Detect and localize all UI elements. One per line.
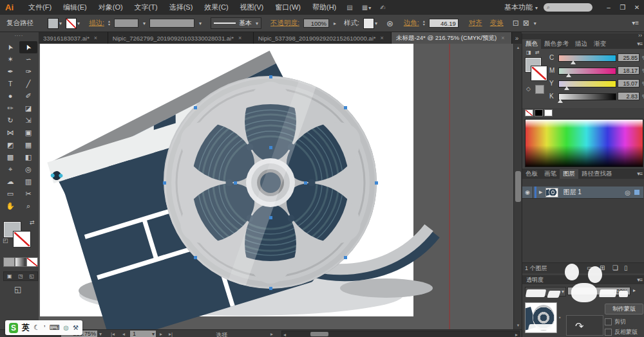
prev-artboard-icon[interactable]: ◂: [122, 331, 125, 337]
artboard-tool[interactable]: ▭: [1, 188, 19, 200]
gamut-swatch[interactable]: [535, 85, 544, 94]
draw-normal-icon[interactable]: ▣: [7, 274, 12, 279]
ime-fullhalf-icon[interactable]: ☾: [33, 323, 40, 332]
paintbrush-tool[interactable]: ✐: [19, 90, 37, 102]
transparency-opacity-field[interactable]: 100%: [567, 287, 630, 295]
color-mode-button[interactable]: [3, 257, 15, 267]
free-transform-tool[interactable]: ▣: [19, 127, 37, 139]
document-tab[interactable]: 33916183037.ai*×: [39, 32, 108, 44]
layer-selection-indicator[interactable]: [634, 190, 639, 195]
bridge-icon[interactable]: ▤: [346, 4, 352, 11]
opacity-field[interactable]: 100%: [303, 19, 329, 28]
next-artboard-icon[interactable]: ▸: [160, 331, 162, 337]
new-sublayer-icon[interactable]: ⊞: [600, 265, 605, 271]
share-icon[interactable]: ✍: [380, 4, 385, 11]
close-tab-icon[interactable]: ×: [94, 35, 97, 41]
sogou-logo-icon[interactable]: S: [9, 323, 18, 333]
invert-mask-checkbox[interactable]: [605, 329, 612, 336]
stroke-proxy[interactable]: [14, 232, 30, 247]
tab-layers[interactable]: 图层: [560, 169, 578, 179]
ime-language-toggle[interactable]: 英: [22, 322, 30, 333]
make-mask-button[interactable]: 制作蒙版: [605, 304, 643, 314]
tab-swatches[interactable]: 色板: [522, 169, 541, 179]
line-segment-tool[interactable]: ╱: [19, 78, 37, 90]
draw-behind-icon[interactable]: ◳: [18, 274, 23, 279]
slice-tool[interactable]: ✂: [19, 188, 37, 200]
opacity-mask-well[interactable]: [566, 315, 603, 336]
swap-fill-stroke-icon[interactable]: ⇄: [535, 50, 540, 55]
workspace-switcher[interactable]: 基本功能 ▾: [498, 3, 544, 12]
tab-brushes[interactable]: 画笔: [541, 169, 560, 179]
minimize-button[interactable]: –: [601, 4, 616, 11]
none-swatch[interactable]: [525, 109, 533, 116]
hand-tool[interactable]: ✋: [1, 200, 19, 212]
stroke-weight-stepper[interactable]: ▴▾: [108, 20, 110, 26]
gradient-mode-button[interactable]: [15, 257, 26, 267]
channel-value-field[interactable]: 25.85: [618, 53, 639, 62]
isolate-object-icon[interactable]: ⊡: [513, 19, 519, 27]
pencil-tool[interactable]: ✏: [1, 102, 19, 114]
menu-type[interactable]: 文字(T): [129, 3, 164, 12]
first-artboard-icon[interactable]: |◂: [111, 331, 115, 337]
eraser-tool[interactable]: ◪: [19, 102, 37, 114]
menu-view[interactable]: 视图(V): [234, 3, 270, 12]
shift-color-icon[interactable]: ◨: [526, 50, 531, 55]
status-flyout-icon[interactable]: ▸: [270, 331, 273, 337]
scale-tool[interactable]: ⇲: [19, 114, 37, 127]
scroll-right-icon[interactable]: ▸: [515, 332, 518, 337]
menu-effect[interactable]: 效果(C): [198, 3, 234, 12]
chevron-down-icon[interactable]: ▾: [534, 21, 536, 26]
tab-color-guide[interactable]: 颜色参考: [541, 39, 572, 49]
layer-target-icon[interactable]: ◎: [625, 189, 630, 196]
last-artboard-icon[interactable]: ▸|: [169, 331, 173, 337]
ellipse-tool[interactable]: ●: [1, 90, 19, 102]
zoom-dropdown-icon[interactable]: ▾: [99, 331, 102, 337]
selection-tool[interactable]: ➤: [1, 41, 19, 53]
close-tab-icon[interactable]: ×: [380, 35, 383, 41]
stroke-weight-field[interactable]: [114, 19, 138, 28]
slider-thumb[interactable]: [566, 73, 571, 77]
default-fill-stroke-icon[interactable]: ◰: [3, 238, 8, 244]
channel-value-field[interactable]: 15.07: [618, 79, 639, 87]
mask-link-icon[interactable]: ▪: [559, 315, 561, 320]
select-similar-icon[interactable]: ⊠: [523, 19, 529, 27]
delete-layer-icon[interactable]: ▯: [624, 265, 628, 271]
white-swatch[interactable]: [544, 109, 553, 116]
pen-tool[interactable]: ✒: [1, 66, 19, 78]
eyedropper-tool[interactable]: ⌖: [1, 163, 19, 176]
type-tool[interactable]: T: [1, 78, 19, 90]
curvature-pen-tool[interactable]: ✑: [19, 66, 37, 78]
corner-label[interactable]: 边角:: [404, 19, 419, 28]
direct-selection-tool[interactable]: ➤: [19, 41, 37, 53]
clipping-mask-icon[interactable]: ▭: [587, 265, 592, 271]
chevron-down-icon[interactable]: ▾: [143, 21, 146, 26]
rotate-tool[interactable]: ↻: [1, 114, 19, 127]
zoom-tool[interactable]: ⌕: [19, 200, 37, 212]
visibility-eye-icon[interactable]: ◉: [522, 189, 533, 196]
recolor-artwork-icon[interactable]: ⊛: [386, 19, 393, 28]
artboard-navigation-field[interactable]: 1 ▾: [130, 331, 156, 337]
swap-fill-stroke-icon[interactable]: ⇄: [30, 220, 35, 226]
screen-mode-icon[interactable]: ◱: [14, 286, 21, 293]
tab-stroke[interactable]: 描边: [572, 39, 591, 49]
stroke-color-dropdown[interactable]: ▾: [66, 18, 80, 29]
menu-edit[interactable]: 编辑(E): [57, 3, 93, 12]
collapse-panels-icon[interactable]: ››: [638, 32, 642, 39]
channel-value-field[interactable]: 18.17: [618, 66, 639, 75]
symbol-sprayer-tool[interactable]: ☁: [1, 176, 19, 188]
document-tab-active[interactable]: 未标题-24* @ 216.75% (CMYK/预览)×: [392, 32, 512, 44]
close-tab-icon[interactable]: ×: [501, 35, 504, 41]
tab-gradient[interactable]: 渐变: [591, 39, 609, 49]
panel-drag-handle[interactable]: ▪▪▪▪: [0, 34, 39, 37]
close-tab-icon[interactable]: ×: [238, 35, 242, 41]
control-panel-menu-icon[interactable]: ▾≡: [632, 20, 639, 26]
stroke-label[interactable]: 描边:: [89, 19, 104, 28]
align-label[interactable]: 对齐: [469, 19, 482, 28]
stroke-proxy[interactable]: [531, 66, 547, 80]
style-dropdown[interactable]: ▾: [363, 18, 377, 29]
blend-mode-dropdown[interactable]: ▾: [525, 287, 566, 296]
locate-object-icon[interactable]: ⌕: [571, 265, 575, 271]
blend-tool[interactable]: ◎: [19, 163, 37, 176]
menu-window[interactable]: 窗口(W): [269, 3, 307, 12]
column-graph-tool[interactable]: ▥: [19, 176, 37, 188]
